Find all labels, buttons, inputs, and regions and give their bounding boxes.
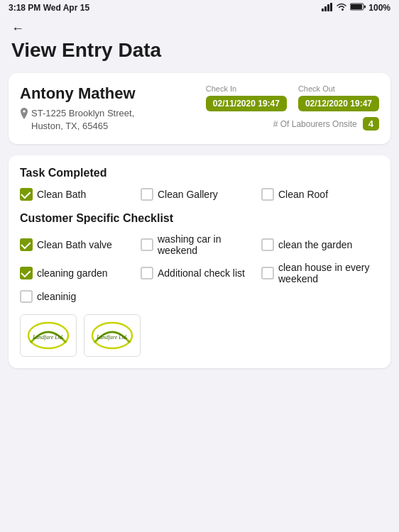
signal-icon: [322, 3, 333, 13]
checkin-col: Check In 02/11/2020 19:47: [206, 84, 287, 111]
labourers-label: # Of Labourers Onsite: [273, 119, 357, 129]
task-label-0: Clean Bath: [37, 189, 86, 200]
user-name: Antony Mathew: [20, 84, 136, 103]
address-line1: ST-1225 Brooklyn Street,: [31, 107, 134, 120]
address-lines: ST-1225 Brooklyn Street, Huston, TX, 654…: [31, 107, 134, 133]
page-title: View Entry Data: [11, 39, 388, 62]
task-checkbox-1[interactable]: [141, 188, 153, 201]
cust-item-0: Clean Bath valve: [20, 233, 138, 256]
user-address: ST-1225 Brooklyn Street, Huston, TX, 654…: [20, 107, 136, 133]
checkout-badge: 02/12/2020 19:47: [298, 96, 379, 111]
checkout-label: Check Out: [298, 84, 335, 93]
cust-item-6: cleaninig: [20, 290, 138, 303]
task-checkbox-2[interactable]: [261, 188, 274, 201]
checkin-badge: 02/11/2020 19:47: [206, 96, 287, 111]
svg-text:Landfare Ltd.: Landfare Ltd.: [96, 334, 128, 340]
cust-label-5: clean house in every weekend: [278, 262, 379, 284]
labourers-badge: 4: [363, 117, 379, 131]
cust-label-0: Clean Bath valve: [37, 239, 112, 250]
task-checkbox-0[interactable]: [20, 188, 33, 201]
status-indicators: 100%: [322, 3, 390, 13]
task-item-0: Clean Bath: [20, 188, 138, 201]
svg-rect-5: [351, 4, 362, 9]
user-info: Antony Mathew ST-1225 Brooklyn Street, H…: [20, 84, 136, 133]
cust-checkbox-5[interactable]: [261, 267, 274, 279]
tasks-grid: Clean Bath Clean Gallery Clean Roof: [20, 188, 379, 201]
customer-checklist-title: Customer Specific Checklist: [20, 212, 379, 225]
task-item-1: Clean Gallery: [141, 188, 258, 201]
cust-item-1: washing car in weekend: [141, 233, 258, 256]
tasks-card: Task Completed Clean Bath Clean Gallery …: [9, 155, 390, 368]
status-bar: 3:18 PM Wed Apr 15: [0, 0, 399, 16]
header: ← View Entry Data: [0, 16, 399, 73]
battery-icon: [350, 3, 366, 13]
task-item-2: Clean Roof: [261, 188, 379, 201]
location-icon: [20, 108, 28, 123]
task-label-1: Clean Gallery: [158, 189, 218, 200]
customer-checklist-grid: Clean Bath valve washing car in weekend …: [20, 233, 379, 303]
tasks-section-title: Task Completed: [20, 167, 379, 179]
cust-item-2: clean the garden: [261, 233, 379, 256]
cust-item-3: cleaning garden: [20, 262, 138, 284]
cust-checkbox-0[interactable]: [20, 238, 33, 251]
cust-checkbox-4[interactable]: [141, 267, 153, 279]
task-label-2: Clean Roof: [278, 189, 328, 200]
cust-label-3: cleaning garden: [37, 267, 108, 279]
address-line2: Huston, TX, 65465: [31, 120, 134, 133]
svg-rect-0: [322, 9, 324, 11]
back-button[interactable]: ←: [11, 21, 388, 36]
checkout-col: Check Out 02/12/2020 19:47: [298, 84, 379, 111]
checkin-row: Check In 02/11/2020 19:47 Check Out 02/1…: [206, 84, 379, 111]
svg-rect-3: [330, 3, 332, 11]
cust-label-2: clean the garden: [278, 239, 352, 250]
cust-checkbox-2[interactable]: [261, 238, 274, 251]
images-row: Landfare Ltd. Landfare Ltd.: [20, 314, 379, 357]
svg-rect-6: [364, 6, 366, 9]
cust-label-4: Additional check list: [158, 267, 245, 279]
cust-item-5: clean house in every weekend: [261, 262, 379, 284]
cust-label-6: cleaninig: [37, 291, 76, 302]
user-card: Antony Mathew ST-1225 Brooklyn Street, H…: [9, 73, 390, 144]
status-time-date: 3:18 PM Wed Apr 15: [9, 3, 89, 13]
cust-checkbox-1[interactable]: [141, 238, 153, 251]
labourers-row: # Of Labourers Onsite 4: [273, 117, 379, 131]
cust-checkbox-6[interactable]: [20, 290, 33, 303]
battery-percent: 100%: [368, 3, 390, 13]
wifi-icon: [336, 3, 347, 13]
cust-checkbox-3[interactable]: [20, 267, 33, 279]
image-thumb-0[interactable]: Landfare Ltd.: [20, 314, 77, 357]
checkin-label: Check In: [206, 84, 236, 93]
svg-rect-2: [327, 4, 329, 11]
cust-label-1: washing car in weekend: [158, 233, 258, 256]
svg-text:Landfare Ltd.: Landfare Ltd.: [32, 334, 64, 340]
image-thumb-1[interactable]: Landfare Ltd.: [84, 314, 141, 357]
checkin-info: Check In 02/11/2020 19:47 Check Out 02/1…: [206, 84, 379, 131]
svg-rect-1: [324, 6, 327, 11]
cust-item-4: Additional check list: [141, 262, 258, 284]
